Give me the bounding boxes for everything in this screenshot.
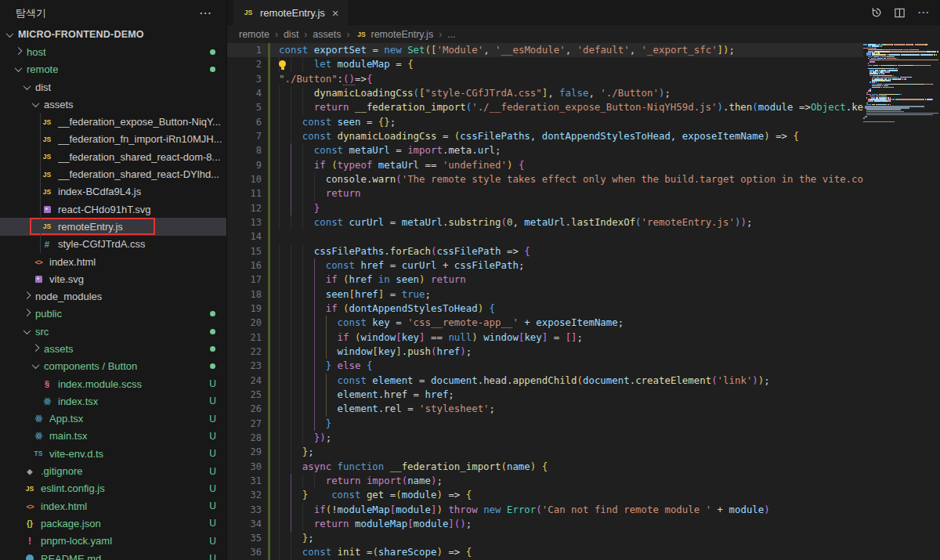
line-number[interactable]: 7 [227,129,262,143]
line-number[interactable]: 18 [227,287,262,302]
code-text[interactable]: } [279,201,320,215]
line-number[interactable]: 14 [227,229,262,244]
tree-item--federation-fn-import-irn10mjh-[interactable]: JS__federation_fn_import-iRn10MJH... [0,131,226,148]
line-number[interactable]: 32 [227,488,262,502]
tree-item-vite-svg[interactable]: vite.svg [0,270,226,287]
line-number[interactable]: 24 [227,374,262,388]
tree-item-assets[interactable]: assets [0,96,226,113]
tree-item--federation-shared-react-dylhd-[interactable]: JS__federation_shared_react-DYlhd... [0,165,226,182]
line-number[interactable]: 29 [227,445,262,459]
line-number[interactable]: 36 [227,545,262,559]
tab-remoteentry[interactable]: JS remoteEntry.js × [233,0,348,25]
code-text[interactable]: const seen = {}; [279,115,396,129]
tree-item-pnpm-lock-yaml[interactable]: !pnpm-lock.yamlU [0,533,226,550]
code-text[interactable]: if (typeof metaUrl == 'undefined') { [279,158,524,172]
tree-item-public[interactable]: public [0,305,226,323]
line-number[interactable]: 10 [227,172,262,186]
code-text[interactable]: } [279,417,331,431]
line-number[interactable]: 2 [227,57,262,71]
code-text[interactable]: const key = 'css__remote-app__' + expose… [279,316,624,330]
breadcrumb-item-assets[interactable]: assets [313,29,341,40]
tree-item--federation-expose-button-niqy-[interactable]: JS__federation_expose_Button-NiqY... [0,113,226,130]
explorer-more-actions-icon[interactable]: ⋯ [199,5,212,20]
line-number[interactable]: 28 [227,431,262,445]
tree-item-package-json[interactable]: {}package.jsonU [0,515,226,532]
code-text[interactable]: const curUrl = metaUrl.substring(0, meta… [279,215,752,229]
code-text[interactable]: return __federation_import('./__federati… [279,100,863,114]
code-text[interactable]: const href = curUrl + cssFilePath; [279,258,524,273]
tree-item-node-modules[interactable]: node_modules [0,287,226,305]
code-text[interactable]: seen[href] = true; [279,287,431,302]
line-number[interactable]: 25 [227,388,262,402]
line-number[interactable]: 34 [227,517,262,531]
line-number[interactable]: 6 [227,115,262,129]
line-number[interactable]: 20 [227,316,262,330]
tree-item-components-button[interactable]: components / Button [0,358,226,375]
tree-item-micro-frontend-demo[interactable]: MICRO-FRONTEND-DEMO [0,26,226,43]
tree-item-index-module-scss[interactable]: §index.module.scssU [0,375,226,392]
minimap[interactable] [863,44,938,560]
code-text[interactable]: }); [279,431,331,445]
more-actions-icon[interactable]: ⋯ [916,6,930,20]
code-text[interactable]: }; [279,445,314,459]
tree-item-index-html[interactable]: <>index.html [0,253,226,270]
code-text[interactable]: dynamicLoadingCss(["style-CGfJTrdA.css"]… [279,86,671,100]
breadcrumb-item-dist[interactable]: dist [284,29,298,40]
code-text[interactable]: return moduleMap[module](); [279,517,472,531]
breadcrumb-item-file[interactable]: JSremoteEntry.js [356,29,434,40]
line-number[interactable]: 15 [227,244,262,258]
code-text[interactable]: element.rel = 'stylesheet'; [279,402,495,416]
timeline-history-icon[interactable] [870,6,883,20]
tree-item-index-bcdfa9l4-js[interactable]: JSindex-BCdfa9L4.js [0,183,226,201]
line-number[interactable]: 12 [227,201,262,215]
tree-item-host[interactable]: host [0,43,226,60]
code-text[interactable]: console.warn('The remote style takes eff… [279,172,863,186]
tree-item-readme-md[interactable]: README.mdU [0,550,226,560]
line-number[interactable]: 1 [227,43,262,57]
breadcrumb-overflow[interactable]: ... [447,29,455,40]
tree-item-eslint-config-js[interactable]: JSeslint.config.jsU [0,480,226,497]
code-text[interactable]: if (window[key] == null) window[key] = [… [279,331,583,345]
code-text[interactable]: return [279,186,360,201]
code-text[interactable]: if (dontAppendStylesToHead) { [279,302,495,316]
code-text[interactable]: const exportSet = new Set(['Module', '__… [279,43,735,57]
tree-item-assets[interactable]: assets [0,340,226,357]
line-number[interactable]: 13 [227,215,262,229]
code-text[interactable]: if(!moduleMap[module]) throw new Error('… [279,503,770,517]
code-text[interactable]: window[key].push(href); [279,345,472,359]
code-text[interactable]: if (href in seen) return [279,273,466,287]
line-number[interactable]: 9 [227,158,262,172]
line-number[interactable]: 30 [227,460,262,474]
split-editor-icon[interactable] [893,6,906,20]
close-icon[interactable]: × [332,7,339,19]
line-number[interactable]: 21 [227,331,262,345]
code-text[interactable]: element.href = href; [279,388,454,402]
tree-item--federation-shared-react-dom-8-[interactable]: JS__federation_shared_react-dom-8... [0,148,226,165]
line-number[interactable]: 16 [227,258,262,273]
code-text[interactable]: const element = document.head.appendChil… [279,374,770,388]
tree-item-index-html[interactable]: <>index.htmlU [0,497,226,515]
code-text[interactable]: } else { [279,359,372,373]
code-text[interactable]: const init =(shareScope) => { [279,545,472,559]
line-number[interactable]: 23 [227,359,262,373]
code-text[interactable]: }; [279,531,314,545]
line-number[interactable]: 31 [227,474,262,488]
code-text[interactable]: "./Button":()=>{ [279,72,372,86]
code-text[interactable]: return import(name); [279,474,443,488]
code-text[interactable]: } const get =(module) => { [279,488,472,502]
breadcrumb-item-remote[interactable]: remote [239,29,269,40]
tree-item-style-cgfjtrda-css[interactable]: #style-CGfJTrdA.css [0,236,226,253]
line-number[interactable]: 33 [227,503,262,517]
tree-item-src[interactable]: src [0,323,226,340]
line-number[interactable]: 4 [227,86,262,100]
code-text[interactable]: const dynamicLoadingCss = (cssFilePaths,… [279,129,799,143]
code-text[interactable]: let moduleMap = { [279,57,414,71]
tree-item-dist[interactable]: dist [0,78,226,96]
line-number[interactable]: 19 [227,302,262,316]
code-text[interactable]: const metaUrl = import.meta.url; [279,143,501,157]
line-number[interactable]: 22 [227,345,262,359]
line-number[interactable]: 5 [227,100,262,114]
tree-item-index-tsx[interactable]: index.tsxU [0,392,226,410]
tree-item-main-tsx[interactable]: main.tsxU [0,428,226,445]
tree-item--gitignore[interactable]: ◆.gitignoreU [0,462,226,479]
